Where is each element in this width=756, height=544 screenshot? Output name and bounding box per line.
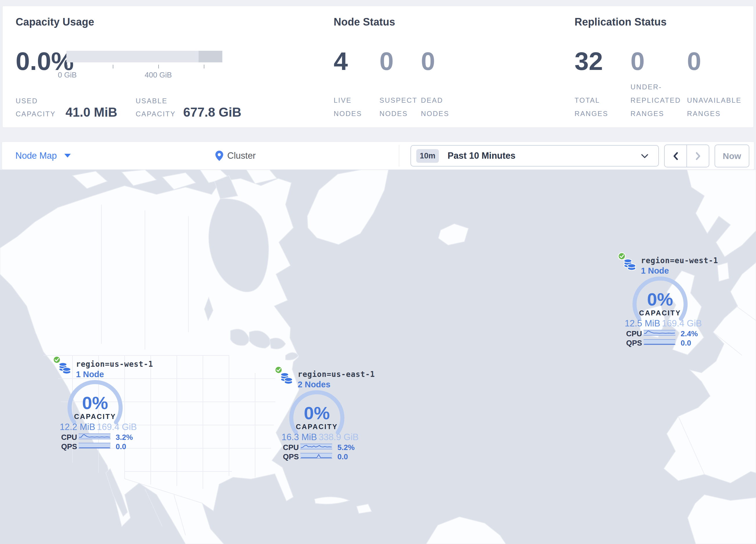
stat-value: 0 — [379, 48, 394, 74]
database-nodes-icon — [58, 362, 71, 375]
cpu-label: CPU — [626, 329, 642, 338]
qps-value: 0.0 — [681, 339, 691, 348]
cpu-label: CPU — [283, 443, 299, 452]
region-title: region=us-west-1 — [76, 360, 153, 369]
cluster-node-map-page: Capacity Usage 0.0% 0 GiB 400 GiB USED C… — [0, 0, 756, 544]
usable-capacity-value: 677.8 GiB — [183, 106, 241, 120]
used-capacity-value: 41.0 MiB — [66, 106, 123, 120]
time-range-badge: 10m — [416, 149, 439, 163]
axis-tick-label: 400 GiB — [141, 70, 176, 79]
region-used-capacity: 12.2 MiB — [60, 422, 95, 432]
view-selector-label: Node Map — [15, 150, 57, 161]
database-nodes-icon — [280, 372, 293, 385]
capacity-bar-chart: 0 GiB 400 GiB — [66, 51, 229, 86]
node-status-section: Node Status 4LIVENODES0SUSPECTNODES0DEAD… — [334, 6, 537, 128]
cpu-metric-row: CPU 3.2% — [61, 433, 142, 440]
cpu-sparkline — [300, 443, 332, 450]
cpu-value: 2.4% — [681, 329, 698, 338]
caret-down-icon — [64, 154, 71, 157]
stat-item: 4LIVENODES — [334, 6, 379, 128]
cpu-metric-row: CPU 2.4% — [626, 329, 707, 337]
capacity-min-max: 12.5 MiB 169.4 GiB — [625, 318, 702, 329]
database-nodes-icon — [623, 258, 636, 271]
replication-status-section: Replication Status 32TOTALRANGES0UNDER-R… — [575, 6, 751, 128]
region-capacity-percent: 0% — [52, 394, 139, 412]
region-card[interactable]: region=us-west-1 1 Node 0% CAPACITY 12.2… — [52, 354, 141, 453]
stat-label: UNAVAILABLERANGES — [687, 94, 742, 120]
usable-capacity-label: USABLE CAPACITY — [136, 94, 179, 120]
cpu-value: 5.2% — [337, 443, 355, 452]
map-toolbar: Node Map Cluster 10m Past 10 Minutes — [2, 141, 754, 170]
region-capacity-percent: 0% — [617, 291, 704, 309]
time-step-buttons — [664, 144, 709, 167]
stat-value: 32 — [575, 48, 603, 74]
time-forward-button[interactable] — [686, 145, 709, 167]
stat-label: LIVENODES — [334, 94, 362, 120]
now-button[interactable]: Now — [715, 144, 749, 167]
region-title: region=us-east-1 — [298, 370, 375, 379]
stat-item: 0SUSPECTNODES — [379, 6, 421, 128]
capacity-gauge-label: CAPACITY — [617, 309, 704, 317]
axis-tick — [204, 65, 204, 68]
stat-label: TOTALRANGES — [575, 94, 608, 120]
region-node-count: 1 Node — [76, 370, 104, 379]
capacity-gauge-label: CAPACITY — [273, 423, 360, 431]
time-back-button[interactable] — [665, 145, 686, 167]
region-used-capacity: 12.5 MiB — [625, 318, 660, 329]
qps-sparkline — [300, 452, 332, 459]
breadcrumb[interactable]: Cluster — [215, 142, 256, 169]
node-status-values: 4LIVENODES0SUSPECTNODES0DEADNODES — [334, 6, 467, 128]
stat-value: 0 — [687, 48, 701, 74]
region-total-capacity: 169.4 GiB — [97, 422, 137, 432]
qps-metric-row: QPS 0.0 — [61, 442, 142, 450]
breadcrumb-label: Cluster — [227, 150, 256, 161]
stat-value: 4 — [334, 48, 348, 74]
chevron-down-icon — [641, 154, 648, 158]
capacity-bar-other-segment — [199, 51, 222, 62]
region-node-count: 2 Nodes — [298, 380, 330, 389]
capacity-usage-percent: 0.0% — [16, 48, 74, 74]
time-range-dropdown[interactable]: 10m Past 10 Minutes — [410, 145, 659, 166]
capacity-details: USED CAPACITY 41.0 MiB USABLE CAPACITY 6… — [16, 94, 241, 120]
replication-status-values: 32TOTALRANGES0UNDER-REPLICATEDRANGES0UNA… — [575, 6, 751, 128]
stat-item: 0UNDER-REPLICATEDRANGES — [630, 6, 687, 128]
cpu-value: 3.2% — [116, 433, 133, 442]
region-card[interactable]: region=us-east-1 2 Nodes 0% CAPACITY 16.… — [273, 364, 363, 463]
cluster-summary-bar: Capacity Usage 0.0% 0 GiB 400 GiB USED C… — [2, 6, 754, 128]
used-capacity-label: USED CAPACITY — [16, 94, 66, 120]
stat-item: 0UNAVAILABLERANGES — [687, 6, 751, 128]
qps-metric-row: QPS 0.0 — [626, 339, 707, 346]
stat-label: DEADNODES — [421, 94, 449, 120]
view-selector-dropdown[interactable]: Node Map — [15, 142, 71, 169]
cpu-sparkline — [644, 329, 675, 336]
capacity-usage-section: Capacity Usage 0.0% 0 GiB 400 GiB USED C… — [16, 6, 306, 128]
region-capacity-percent: 0% — [273, 404, 360, 422]
cpu-sparkline — [79, 433, 110, 440]
cpu-metric-row: CPU 5.2% — [283, 443, 364, 451]
qps-metric-row: QPS 0.0 — [283, 452, 364, 460]
region-title: region=eu-west-1 — [641, 256, 718, 265]
region-total-capacity: 169.4 GiB — [662, 318, 702, 329]
qps-sparkline — [644, 339, 675, 346]
region-card[interactable]: region=eu-west-1 1 Node 0% CAPACITY 12.5… — [617, 250, 706, 349]
stat-value: 0 — [421, 48, 435, 74]
map-pin-icon — [215, 150, 223, 161]
qps-sparkline — [79, 442, 110, 449]
capacity-min-max: 16.3 MiB 338.9 GiB — [281, 432, 359, 443]
qps-label: QPS — [61, 442, 77, 451]
capacity-min-max: 12.2 MiB 169.4 GiB — [60, 422, 137, 432]
node-map: region=us-west-1 1 Node 0% CAPACITY 12.2… — [0, 170, 756, 544]
region-used-capacity: 16.3 MiB — [281, 432, 317, 443]
region-total-capacity: 338.9 GiB — [319, 432, 359, 443]
chevron-right-icon — [695, 152, 701, 160]
stat-label: UNDER-REPLICATEDRANGES — [630, 80, 681, 120]
axis-tick — [158, 65, 159, 68]
region-node-count: 1 Node — [641, 266, 669, 276]
time-range-label: Past 10 Minutes — [448, 150, 515, 161]
capacity-gauge-label: CAPACITY — [52, 413, 139, 421]
qps-label: QPS — [626, 339, 642, 348]
chevron-left-icon — [673, 152, 679, 160]
stat-value: 0 — [630, 48, 645, 74]
qps-label: QPS — [283, 452, 299, 461]
qps-value: 0.0 — [337, 452, 348, 461]
